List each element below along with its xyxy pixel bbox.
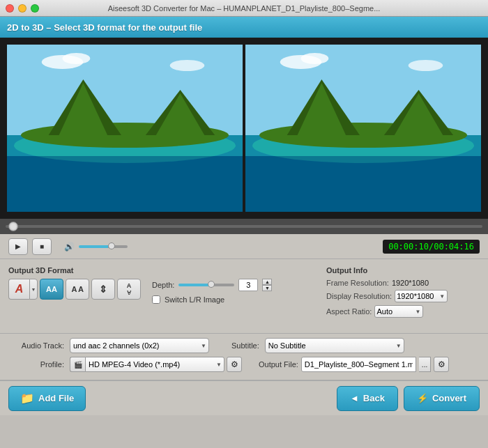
- profile-label: Profile:: [8, 360, 64, 369]
- subtitle-dropdown[interactable]: No Subtitle: [265, 338, 404, 353]
- convert-label: Convert: [432, 393, 466, 403]
- video-frames: [7, 45, 481, 212]
- footer: 📁 Add File ◄ Back ⚡ Convert: [0, 380, 488, 415]
- seek-bar-area[interactable]: [0, 219, 488, 234]
- aspect-ratio-label: Aspect Ratio:: [326, 307, 372, 316]
- subtitle-section: Subtitle: No Subtitle ▼: [231, 338, 404, 353]
- profile-dropdown[interactable]: HD MPEG-4 Video (*.mp4): [85, 357, 224, 372]
- switch-lr-checkbox[interactable]: [152, 295, 160, 304]
- output-file-input[interactable]: [301, 357, 416, 372]
- depth-section: Depth: ▲ ▼ Switch L/R Image: [152, 266, 315, 304]
- depth-slider[interactable]: [178, 284, 234, 286]
- header-label: 2D to 3D – Select 3D format for the outp…: [7, 22, 202, 33]
- stop-button[interactable]: ■: [32, 238, 52, 255]
- output-settings-button[interactable]: ⚙: [434, 357, 449, 372]
- bottom-settings: Audio Track: und aac 2 channels (0x2) ▼ …: [0, 334, 488, 380]
- svg-point-23: [301, 53, 329, 64]
- video-frame-right: [245, 45, 481, 212]
- depth-down-button[interactable]: ▼: [262, 285, 272, 291]
- format-buttons: A ▼ AA A A ⇕ A A: [8, 279, 141, 300]
- convert-button[interactable]: ⚡ Convert: [404, 386, 480, 411]
- format-btn-top-bottom-2[interactable]: A A: [117, 279, 141, 300]
- time-display: 00:00:10/00:04:16: [383, 240, 480, 254]
- profile-settings-button[interactable]: ⚙: [227, 357, 242, 372]
- profile-icon: 🎬: [70, 357, 85, 372]
- format-btn-top-bottom[interactable]: ⇕: [91, 279, 115, 300]
- settings-panel: Output 3D Format A ▼ AA A A ⇕: [0, 259, 488, 334]
- aspect-ratio-dropdown-wrapper: Auto 16:9 4:3 ▼: [374, 305, 423, 318]
- volume-slider[interactable]: [79, 245, 128, 248]
- format-btn-anaglyph-group: A ▼: [8, 279, 38, 300]
- format-btn-side-by-side[interactable]: AA: [40, 279, 63, 300]
- audio-track-dropdown[interactable]: und aac 2 channels (0x2): [70, 338, 209, 353]
- convert-icon: ⚡: [417, 393, 428, 403]
- minimize-button[interactable]: [18, 4, 26, 13]
- switch-lr-label: Switch L/R Image: [165, 295, 224, 304]
- close-button[interactable]: [6, 4, 14, 13]
- seek-track[interactable]: [6, 225, 482, 228]
- back-label: Back: [363, 393, 385, 403]
- add-file-button[interactable]: 📁 Add File: [8, 386, 86, 411]
- frame-resolution-label: Frame Resolution:: [326, 279, 389, 287]
- traffic-lights: [6, 4, 39, 13]
- volume-icon: 🔊: [64, 242, 75, 252]
- transport-area: ▶ ■ 🔊 00:00:10/00:04:16: [0, 234, 488, 259]
- audio-track-dropdown-wrapper: und aac 2 channels (0x2) ▼: [70, 338, 209, 353]
- output-info-title: Output Info: [326, 266, 480, 275]
- maximize-button[interactable]: [31, 4, 39, 13]
- depth-thumb[interactable]: [208, 281, 215, 288]
- svg-point-11: [170, 60, 205, 71]
- audio-track-label: Audio Track:: [8, 341, 64, 350]
- format-section: Output 3D Format A ▼ AA A A ⇕: [8, 266, 141, 300]
- display-resolution-label: Display Resolution:: [326, 292, 392, 300]
- svg-rect-12: [7, 156, 243, 212]
- header-bar: 2D to 3D – Select 3D format for the outp…: [0, 17, 488, 38]
- svg-point-10: [63, 53, 91, 64]
- depth-up-button[interactable]: ▲: [262, 279, 272, 285]
- footer-right: ◄ Back ⚡ Convert: [337, 386, 480, 411]
- format-btn-anaglyph-dropdown[interactable]: ▼: [29, 279, 38, 300]
- video-area: [0, 38, 488, 219]
- output-info: Output Info Frame Resolution: 1920*1080 …: [326, 266, 480, 320]
- video-frame-left: [7, 45, 243, 212]
- profile-dropdown-wrapper: HD MPEG-4 Video (*.mp4) ▼: [85, 357, 224, 372]
- title-bar: Aiseesoft 3D Converter for Mac – HUMANPL…: [0, 0, 488, 17]
- format-btn-anaglyph[interactable]: A: [8, 279, 29, 300]
- seek-thumb[interactable]: [8, 222, 18, 231]
- depth-stepper: ▲ ▼: [262, 279, 272, 291]
- svg-rect-25: [245, 156, 481, 212]
- display-resolution-dropdown-wrapper: 1920*1080 1280*720 640*480 ▼: [395, 290, 448, 302]
- add-file-icon: 📁: [20, 392, 34, 405]
- output-file-section: Output File: ... ⚙: [259, 357, 449, 372]
- subtitle-label: Subtitle:: [231, 341, 259, 350]
- add-file-label: Add File: [38, 393, 74, 403]
- aspect-ratio-dropdown[interactable]: Auto 16:9 4:3: [374, 305, 423, 318]
- back-icon: ◄: [350, 393, 359, 403]
- audio-row: Audio Track: und aac 2 channels (0x2) ▼ …: [8, 338, 480, 353]
- profile-row: Profile: 🎬 HD MPEG-4 Video (*.mp4) ▼ ⚙ O…: [8, 357, 480, 372]
- svg-point-24: [409, 60, 443, 71]
- depth-label: Depth:: [152, 281, 174, 289]
- output-file-label: Output File:: [259, 360, 298, 369]
- format-section-label: Output 3D Format: [8, 266, 141, 275]
- volume-thumb[interactable]: [108, 242, 115, 249]
- window-title: Aiseesoft 3D Converter for Mac – HUMANPL…: [108, 4, 381, 13]
- frame-resolution-value: 1920*1080: [392, 279, 429, 287]
- browse-button[interactable]: ...: [419, 357, 431, 372]
- display-resolution-dropdown[interactable]: 1920*1080 1280*720 640*480: [395, 290, 448, 302]
- subtitle-dropdown-wrapper: No Subtitle ▼: [265, 338, 404, 353]
- depth-input[interactable]: [238, 279, 258, 291]
- play-button[interactable]: ▶: [8, 238, 28, 255]
- format-btn-side-by-side-2[interactable]: A A: [66, 279, 89, 300]
- back-button[interactable]: ◄ Back: [337, 386, 398, 411]
